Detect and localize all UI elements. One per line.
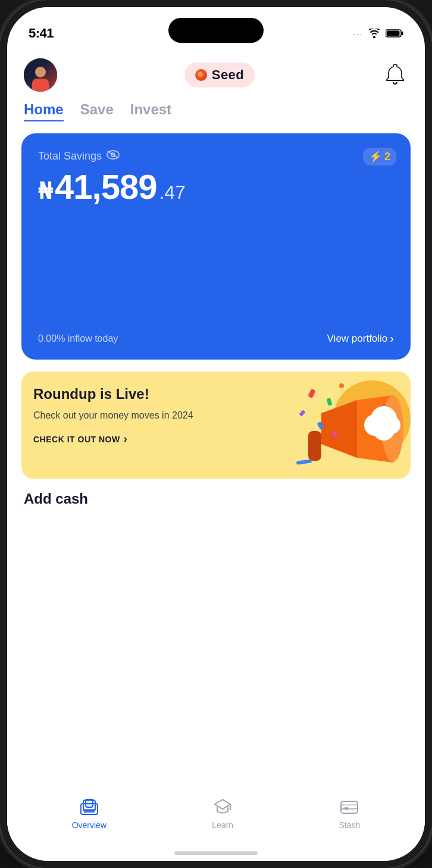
battery-icon <box>386 29 403 38</box>
view-portfolio-label: View portfolio <box>327 333 388 345</box>
svg-rect-14 <box>86 799 93 807</box>
view-portfolio-chevron: › <box>390 332 394 345</box>
phone-frame: 5:41 ··· <box>0 0 432 868</box>
status-icons: ··· <box>353 29 403 38</box>
roundup-description: Check out your money moves in 2024 <box>33 409 399 422</box>
avatar[interactable] <box>24 58 57 92</box>
roundup-cta-chevron: › <box>124 433 127 445</box>
svg-rect-16 <box>341 801 358 813</box>
inflow-text: 0.00% inflow today <box>38 333 118 344</box>
nav-overview[interactable]: Overview <box>72 798 107 830</box>
view-portfolio-button[interactable]: View portfolio › <box>327 332 394 345</box>
eye-slash-icon[interactable] <box>107 150 120 163</box>
nav-stash-label: Stash <box>339 820 360 830</box>
roundup-content: Roundup is Live! Check out your money mo… <box>33 386 399 464</box>
tab-save[interactable]: Save <box>80 101 114 121</box>
card-label-row: Total Savings <box>38 150 394 163</box>
content-spacer <box>7 514 425 788</box>
tab-invest[interactable]: Invest <box>130 101 171 121</box>
overview-icon <box>80 798 99 817</box>
seed-dot-icon <box>195 69 207 81</box>
card-footer: 0.00% inflow today View portfolio › <box>38 332 394 345</box>
roundup-title: Roundup is Live! <box>33 386 399 403</box>
add-cash-section: Add cash <box>7 491 425 514</box>
lightning-count: 2 <box>384 151 390 163</box>
roundup-cta[interactable]: CHECK IT OUT NOW › <box>33 433 399 445</box>
nav-tabs: Home Save Invest <box>7 96 425 131</box>
svg-line-5 <box>108 151 118 158</box>
nav-learn-label: Learn <box>212 820 233 830</box>
phone-screen: 5:41 ··· <box>7 7 425 861</box>
roundup-card[interactable]: Roundup is Live! Check out your money mo… <box>21 371 411 479</box>
currency-symbol: ₦ <box>38 178 52 204</box>
svg-rect-19 <box>345 807 348 810</box>
amount-display: ₦ 41,589 .47 <box>38 170 394 204</box>
amount-decimal: .47 <box>159 182 185 204</box>
stash-icon <box>340 798 359 817</box>
bell-icon <box>386 64 405 86</box>
add-cash-title: Add cash <box>24 491 88 507</box>
lightning-icon: ⚡ <box>369 150 382 163</box>
svg-rect-1 <box>402 32 403 35</box>
roundup-cta-label: CHECK IT OUT NOW <box>33 435 120 444</box>
home-indicator <box>7 848 425 861</box>
dynamic-island <box>168 18 264 43</box>
lightning-badge[interactable]: ⚡ 2 <box>363 148 396 166</box>
header: Seed <box>7 49 425 96</box>
nav-overview-label: Overview <box>72 820 107 830</box>
total-savings-label: Total Savings <box>38 150 102 163</box>
tab-home[interactable]: Home <box>24 101 64 121</box>
learn-icon <box>213 798 232 817</box>
amount-main: 41,589 <box>55 170 156 204</box>
bottom-nav: Overview Learn <box>7 788 425 848</box>
home-bar <box>174 851 258 855</box>
seed-label: Seed <box>212 67 245 83</box>
signal-icon: ··· <box>353 29 363 38</box>
savings-card: Total Savings ⚡ 2 ₦ 41,589 .47 <box>21 133 411 360</box>
nav-stash[interactable]: Stash <box>339 798 360 830</box>
svg-rect-2 <box>387 31 400 36</box>
svg-rect-17 <box>341 805 358 808</box>
seed-logo[interactable]: Seed <box>184 63 255 88</box>
nav-learn[interactable]: Learn <box>212 798 233 830</box>
bell-button[interactable] <box>382 62 408 88</box>
wifi-icon <box>368 29 381 38</box>
status-time: 5:41 <box>29 26 54 41</box>
